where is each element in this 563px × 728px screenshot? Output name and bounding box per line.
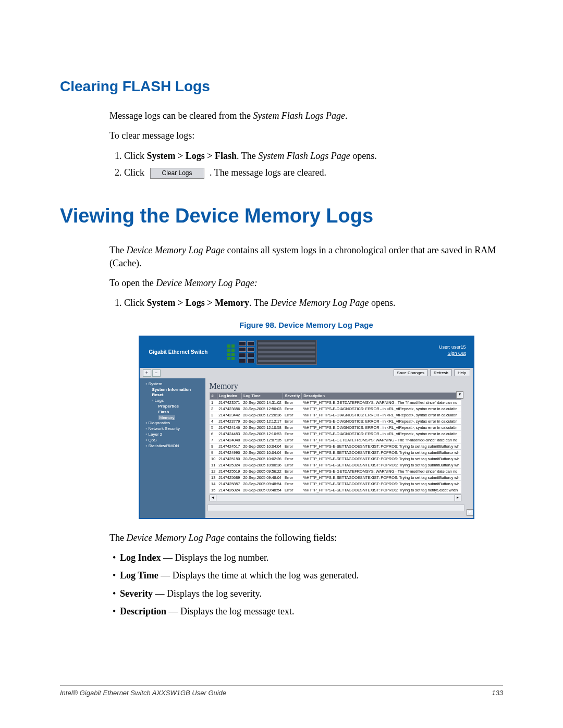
table-row[interactable]: 15214742602420-Sep-2005 09:48:54Error%HT… (210, 487, 461, 493)
hscroll-outer[interactable] (207, 504, 464, 511)
tree-node[interactable]: ▫ System (146, 381, 203, 387)
tree-node[interactable]: ▫ Layer 2 (146, 432, 203, 438)
paragraph: To open the Device Memory Log Page: (109, 277, 503, 289)
paragraph: Message logs can be cleared from the Sys… (109, 109, 503, 122)
table-row[interactable]: 9214742499020-Sep-2005 10:04:04Error%HTT… (210, 450, 461, 456)
field-item: Log Index — Displays the log number. (120, 551, 503, 564)
field-item: Severity — Displays the log severity. (120, 587, 503, 600)
sign-out-link[interactable]: Sign Out (439, 350, 466, 356)
tree-node[interactable]: ▫ Logs (152, 398, 203, 404)
col-num[interactable]: # (210, 393, 217, 400)
app-header: Gigabit Ethernet Switch User: user15 Sig… (140, 337, 473, 368)
user-label: User: user15 (439, 344, 466, 350)
table-row[interactable]: 7214742404820-Sep-2005 12:07:35Error%HTT… (210, 437, 461, 443)
tree-node[interactable]: ▫ Statistics/RMON (146, 443, 203, 449)
tree-expand-icon[interactable]: + (143, 369, 151, 377)
tree-node[interactable]: Memory (158, 415, 203, 421)
table-row[interactable]: 14214742585720-Sep-2005 09:48:54Error%HT… (210, 481, 461, 487)
device-memory-log-screenshot: Gigabit Ethernet Switch User: user15 Sig… (139, 336, 474, 519)
col-log-index[interactable]: Log Index (217, 393, 241, 400)
device-graphic (227, 340, 373, 364)
table-row[interactable]: 4214742377920-Sep-2005 12:12:17Error%HTT… (210, 418, 461, 425)
tree-node[interactable]: System Information (152, 387, 203, 393)
footer-title: Intel® Gigabit Ethernet Switch AXXSW1GB … (60, 689, 226, 697)
table-row[interactable]: 8214742451720-Sep-2005 10:04:04Error%HTT… (210, 443, 461, 450)
table-row[interactable]: 1214742357120-Sep-2005 14:31:02Error%HTT… (210, 400, 461, 406)
tree-node[interactable]: Properties (158, 404, 203, 410)
paragraph: The Device Memory Log Page contains the … (109, 532, 503, 544)
log-table: # Log Index Log Time Severity Descriptio… (210, 392, 461, 493)
nav-tree[interactable]: ▫ SystemSystem InformationReset▫ LogsPro… (140, 378, 205, 518)
tree-node[interactable]: Reset (152, 392, 203, 398)
user-area: User: user15 Sign Out (439, 344, 466, 356)
dropdown-icon[interactable]: ▾ (456, 391, 463, 399)
vscroll[interactable]: ▾ (467, 378, 473, 518)
col-severity[interactable]: Severity (283, 393, 302, 400)
clear-logs-button[interactable]: Clear Logs (150, 168, 204, 179)
section-heading-clearing: Clearing FLASH Logs (60, 78, 503, 95)
table-row[interactable]: 6214742445320-Sep-2005 12:10:53Error%HTT… (210, 431, 461, 437)
hscroll-inner[interactable]: ◂ ▸ (210, 495, 461, 501)
panel-title: Memory (210, 380, 467, 392)
paragraph: To clear message logs: (109, 129, 503, 142)
toolbar: + − Save Changes Refresh Help (140, 368, 473, 378)
field-item: Log Time — Displays the time at which th… (120, 569, 503, 582)
heading-viewing-memory-logs: Viewing the Device Memory Logs (60, 205, 503, 227)
save-changes-button[interactable]: Save Changes (394, 369, 428, 376)
main-panel: Memory ▾ # Log Index Log Time Severity D… (205, 378, 467, 518)
refresh-button[interactable]: Refresh (430, 369, 452, 376)
tree-node[interactable]: Flash (158, 410, 203, 415)
brand-label: Gigabit Ethernet Switch (149, 349, 227, 356)
step-1: Click System > Logs > Flash. The System … (124, 150, 503, 162)
scroll-right-icon[interactable]: ▸ (455, 495, 461, 501)
page-number: 133 (492, 689, 503, 697)
table-row[interactable]: 13214742568920-Sep-2005 09:48:04Error%HT… (210, 475, 461, 481)
table-row[interactable]: 3214742344220-Sep-2005 12:20:36Error%HTT… (210, 412, 461, 418)
col-description[interactable]: Description (302, 393, 461, 400)
col-log-time[interactable]: Log Time (241, 393, 283, 400)
tree-node[interactable]: ▫ Diagnostics (146, 421, 203, 426)
tree-collapse-icon[interactable]: − (152, 369, 161, 377)
scroll-left-icon[interactable]: ◂ (210, 495, 216, 501)
tree-node[interactable]: ▫ QoS (146, 438, 203, 443)
table-row[interactable]: 2214742365620-Sep-2005 12:50:03Error%HTT… (210, 406, 461, 412)
table-row[interactable]: 10214742515020-Sep-2005 10:02:26Error%HT… (210, 456, 461, 462)
field-item: Description — Displays the log message t… (120, 605, 503, 618)
help-button[interactable]: Help (454, 369, 470, 376)
table-row[interactable]: 5214742414620-Sep-2005 12:10:58Error%HTT… (210, 425, 461, 431)
scroll-down-icon[interactable]: ▾ (467, 509, 473, 516)
tree-node[interactable]: ▫ Network Security (146, 426, 203, 432)
figure-caption: Figure 98. Device Memory Log Page (109, 320, 503, 330)
paragraph: The Device Memory Log Page contains all … (109, 244, 503, 269)
table-row[interactable]: 12214742551920-Sep-2005 09:56:22Error%HT… (210, 468, 461, 475)
step-1-open: Click System > Logs > Memory. The Device… (124, 297, 503, 309)
table-row[interactable]: 11214742532420-Sep-2005 10:00:36Error%HT… (210, 462, 461, 468)
page-footer: Intel® Gigabit Ethernet Switch AXXSW1GB … (60, 685, 503, 697)
step-2: Click Clear Logs . The message logs are … (124, 166, 503, 179)
